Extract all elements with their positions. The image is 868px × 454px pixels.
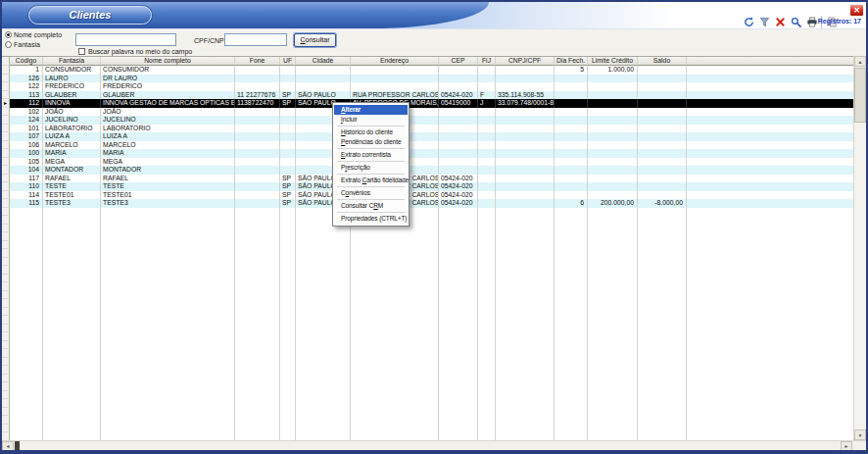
column-header[interactable]: UF [280,57,296,66]
empty-cell [296,308,351,317]
radio-button-icon[interactable] [5,41,12,48]
empty-cell [588,316,638,325]
table-row[interactable]: 105MEGAMEGA [2,158,853,167]
table-row[interactable]: 100MARIAMARIA [2,149,853,158]
menu-item[interactable]: Alterar [334,105,408,115]
empty-cell [296,266,351,275]
scroll-down-icon[interactable]: ▼ [854,429,866,440]
empty-cell [296,291,351,300]
table-row[interactable]: 104MONTADORMONTADOR [2,166,853,175]
empty-cell [235,425,280,433]
table-row[interactable]: 110TESTETESTESPSÃO PAULORUA PROFESSOR CA… [2,182,853,191]
cell [235,166,280,175]
empty-cell [478,208,496,217]
column-header[interactable]: Cidade [296,57,351,66]
print-icon[interactable] [805,16,818,28]
menu-item[interactable]: Consultar CRM [334,201,408,211]
close-icon[interactable]: ✕ [849,4,864,17]
row-indicator[interactable] [2,199,10,208]
scroll-right-icon[interactable]: ► [841,441,852,451]
column-header[interactable]: CNPJ/CPF [496,57,555,66]
row-indicator[interactable] [2,75,10,83]
menu-item[interactable]: Pendências do cliente [334,137,408,147]
row-indicator[interactable] [2,182,10,191]
column-header[interactable]: Código [10,57,43,66]
cell-filler [687,425,853,433]
radio-nome-completo[interactable]: Nome completo [5,31,62,38]
cell-filler [687,232,853,241]
table-row[interactable]: 101LABORATORIOLABORATORIO [2,125,853,133]
table-row[interactable]: 102JOÃOJOÃO [2,108,853,117]
column-header[interactable]: Limite Crédito [588,57,638,66]
row-indicator[interactable] [2,108,10,117]
table-row[interactable]: 117RAFAELRAFAELSPSÃO PAULORUA PROFESSOR … [2,175,853,183]
table-row[interactable]: ▸112INNOVAINNOVA GESTAO DE MARCAS OPTICA… [2,99,853,108]
table-row[interactable]: 107LUIZA ALUIZA A [2,132,853,141]
menu-item[interactable]: Extrato correntista [334,150,408,160]
menu-separator [337,148,405,149]
row-indicator[interactable] [2,91,10,100]
column-header[interactable]: Fone [235,57,280,66]
row-indicator[interactable] [2,158,10,167]
table-row[interactable]: 122FREDERICOFREDERICO [2,82,853,91]
menu-item[interactable]: Extrato Cartão fidelidade [334,176,408,185]
horizontal-scroll-thumb[interactable] [15,441,20,451]
table-row[interactable]: 1CONSUMIDORCONSUMIDOR51.000,00 [2,66,853,75]
cell-filler [687,75,853,83]
table-row[interactable]: 124JUCELINOJUCELINO [2,116,853,125]
scroll-up-icon[interactable]: ▲ [854,56,866,67]
row-indicator[interactable] [2,125,10,133]
row-indicator[interactable] [2,166,10,175]
cell [588,158,638,167]
menu-item[interactable]: Histórico do cliente [334,127,408,137]
menu-item[interactable]: Propriedades (CTRL+T) [334,214,408,224]
cell: 6 [555,199,588,208]
menu-item[interactable]: Incluir [334,115,408,125]
row-indicator[interactable] [2,82,10,91]
table-row[interactable]: 126LAURODR LAURO [2,75,853,83]
table-row[interactable]: 113GLAUBERGLAUBER11 21277676SPSÃO PAULOR… [2,91,853,100]
clear-filter-icon[interactable] [774,16,787,28]
column-header[interactable]: Saldo [638,57,687,66]
checkbox-icon[interactable] [78,48,85,55]
empty-cell [43,358,101,367]
row-indicator[interactable] [2,141,10,150]
empty-cell [43,349,101,358]
table-row[interactable]: 115TESTE3TESTE3SPSÃO PAULORUA PROFESSOR … [2,199,853,208]
row-indicator[interactable] [2,66,10,75]
horizontal-scrollbar[interactable]: ◄ ► [2,440,866,451]
row-indicator[interactable] [2,149,10,158]
column-header[interactable]: Endereço [351,57,439,66]
radio-fantasia[interactable]: Fantasia [5,41,40,48]
column-header[interactable]: Nome completo [101,57,235,66]
refresh-icon[interactable] [743,16,755,28]
menu-item[interactable]: Prescrição [334,163,408,173]
table-row[interactable]: 114TESTE01TESTE01SPSÃO PAULORUA PROFESSO… [2,191,853,200]
column-header[interactable]: CEP [439,57,478,66]
table-row[interactable]: 106MARCELOMARCELO [2,141,853,150]
row-indicator[interactable] [2,116,10,125]
selected-row-indicator-icon[interactable]: ▸ [2,99,10,108]
column-header[interactable]: Fantasia [43,57,101,66]
column-header[interactable]: Dia Fech. [555,57,588,66]
cell: 110 [10,182,43,191]
checkbox-buscar-meio[interactable]: Buscar palavra no meio do campo [78,48,192,55]
consultar-button[interactable]: Consultar [294,33,336,47]
radio-button-icon[interactable] [5,31,12,38]
scroll-left-icon[interactable]: ◄ [2,441,14,451]
vertical-scrollbar[interactable]: ▲ ▼ [853,56,866,440]
filter-icon[interactable] [758,16,771,28]
empty-row [2,316,853,325]
cell [478,199,496,208]
menu-item[interactable]: Convênios [334,188,408,198]
cpfcnpj-input[interactable] [224,33,287,46]
search-icon[interactable] [790,16,802,28]
row-indicator[interactable] [2,132,10,141]
cell [296,75,351,83]
column-header[interactable]: FiJ [478,57,496,66]
name-search-input[interactable] [75,33,176,46]
row-indicator[interactable] [2,191,10,200]
row-indicator[interactable] [2,175,10,183]
vertical-scroll-thumb[interactable] [854,68,866,123]
empty-cell [280,258,296,267]
